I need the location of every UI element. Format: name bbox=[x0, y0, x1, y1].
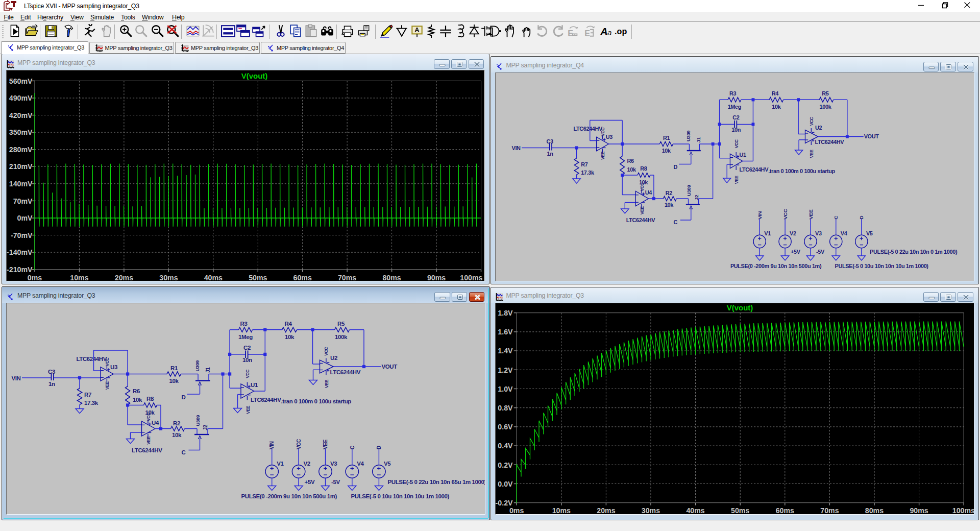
svg-text:-70mV: -70mV bbox=[11, 231, 33, 239]
svg-text:V2: V2 bbox=[304, 461, 310, 467]
svg-text:VCC: VCC bbox=[245, 369, 250, 378]
svg-text:0ms: 0ms bbox=[509, 506, 524, 514]
svg-text:PULSE(-5 0 10u 10n 10n 10u 1m: PULSE(-5 0 10u 10n 10n 10u 1m 1000) bbox=[351, 493, 450, 499]
svg-text:PULSE(0 -200m 9u 10n 10n 500u: PULSE(0 -200m 9u 10n 10n 500u 1m) bbox=[730, 263, 821, 269]
svg-text:J2: J2 bbox=[203, 424, 208, 430]
svg-text:E: E bbox=[568, 29, 573, 38]
svg-text:10n: 10n bbox=[731, 127, 741, 133]
svg-text:LTC6244HV: LTC6244HV bbox=[77, 355, 107, 361]
svg-text:C: C bbox=[182, 449, 186, 455]
svg-text:210mV: 210mV bbox=[9, 162, 33, 171]
svg-text:LTC6244HV: LTC6244HV bbox=[815, 139, 844, 145]
svg-text:60ms: 60ms bbox=[293, 274, 312, 281]
svg-text:VIN: VIN bbox=[511, 144, 520, 151]
svg-text:1.4V: 1.4V bbox=[498, 347, 513, 355]
svg-text:VEE: VEE bbox=[323, 439, 328, 449]
svg-text:LTC6244HV: LTC6244HV bbox=[132, 447, 162, 453]
svg-text:17.3k: 17.3k bbox=[84, 399, 99, 405]
svg-text:R4: R4 bbox=[771, 90, 778, 96]
svg-text:VEE: VEE bbox=[324, 379, 329, 388]
svg-text:R6: R6 bbox=[627, 157, 633, 163]
svg-text:1.6V: 1.6V bbox=[498, 328, 513, 336]
svg-text:LTC6244HV: LTC6244HV bbox=[251, 397, 281, 403]
svg-text:100k: 100k bbox=[335, 334, 348, 340]
svg-text:C: C bbox=[673, 219, 677, 225]
svg-text:V(vout): V(vout) bbox=[726, 303, 753, 312]
svg-text:1Meg: 1Meg bbox=[727, 104, 741, 110]
svg-text:60ms: 60ms bbox=[775, 506, 794, 514]
svg-text:R3: R3 bbox=[240, 321, 248, 327]
svg-text:C2: C2 bbox=[243, 345, 251, 351]
svg-text:R2: R2 bbox=[173, 420, 180, 426]
svg-text:560mV: 560mV bbox=[9, 77, 33, 85]
svg-text:50ms: 50ms bbox=[249, 274, 267, 281]
svg-text:LTC6244HV: LTC6244HV bbox=[330, 369, 361, 375]
svg-text:V3: V3 bbox=[330, 461, 337, 467]
svg-text:C3: C3 bbox=[546, 138, 553, 144]
svg-text:-5V: -5V bbox=[331, 479, 340, 485]
svg-text:490mV: 490mV bbox=[9, 94, 33, 102]
svg-text:10k: 10k bbox=[772, 104, 781, 110]
svg-text:.tran 0 100m 0 100u startup: .tran 0 100m 0 100u startup bbox=[281, 398, 352, 404]
svg-text:V4: V4 bbox=[357, 461, 364, 467]
svg-text:U309: U309 bbox=[686, 130, 691, 141]
svg-text:30ms: 30ms bbox=[159, 274, 178, 281]
svg-text:U3: U3 bbox=[605, 133, 612, 139]
svg-text:VCC: VCC bbox=[640, 182, 645, 191]
svg-text:70mV: 70mV bbox=[13, 197, 33, 205]
svg-text:R5: R5 bbox=[822, 90, 828, 96]
svg-text:V3: V3 bbox=[815, 230, 822, 236]
svg-text:10ms: 10ms bbox=[552, 506, 570, 514]
svg-text:D: D bbox=[859, 215, 864, 219]
svg-text:1.8V: 1.8V bbox=[498, 309, 513, 317]
svg-text:R2: R2 bbox=[665, 189, 672, 196]
svg-text:VIN: VIN bbox=[12, 375, 21, 381]
svg-text:R7: R7 bbox=[84, 391, 91, 397]
svg-text:R1: R1 bbox=[170, 365, 178, 371]
svg-text:V(vout): V(vout) bbox=[241, 71, 268, 80]
svg-text:1.2V: 1.2V bbox=[498, 366, 513, 374]
svg-text:10n: 10n bbox=[242, 357, 252, 363]
svg-text:VCC: VCC bbox=[296, 438, 302, 449]
svg-text:V5: V5 bbox=[384, 461, 391, 467]
svg-text:V1: V1 bbox=[277, 461, 284, 467]
svg-text:VEE: VEE bbox=[146, 436, 151, 445]
svg-text:U3: U3 bbox=[110, 364, 117, 370]
svg-text:-5V: -5V bbox=[816, 249, 824, 255]
svg-text:PULSE(-5 0 10u 10n 10n 10u 1m: PULSE(-5 0 10u 10n 10n 10u 1m 1000) bbox=[835, 263, 928, 269]
svg-text:D: D bbox=[376, 446, 382, 449]
svg-text:20ms: 20ms bbox=[597, 506, 615, 514]
svg-text:10k: 10k bbox=[664, 202, 673, 208]
svg-text:10k: 10k bbox=[133, 396, 142, 402]
svg-text:90ms: 90ms bbox=[910, 506, 928, 514]
svg-text:0.2V: 0.2V bbox=[498, 461, 513, 469]
svg-text:0mV: 0mV bbox=[17, 214, 33, 222]
svg-text:U1: U1 bbox=[251, 382, 258, 388]
svg-text:90ms: 90ms bbox=[427, 274, 446, 281]
svg-text:VEE: VEE bbox=[808, 149, 814, 158]
svg-text:A: A bbox=[414, 26, 419, 34]
svg-text:U309: U309 bbox=[687, 185, 692, 196]
svg-text:R8: R8 bbox=[146, 395, 154, 401]
svg-text:140mV: 140mV bbox=[9, 180, 33, 188]
svg-text:-140mV: -140mV bbox=[7, 248, 33, 256]
svg-text:PULSE(-5 0 22u 10n 10n 0 1m 10: PULSE(-5 0 22u 10n 10n 0 1m 1000) bbox=[870, 249, 958, 255]
svg-text:R4: R4 bbox=[285, 321, 292, 327]
svg-text:+5V: +5V bbox=[791, 249, 801, 255]
svg-text:10k: 10k bbox=[172, 432, 182, 438]
svg-text:U1: U1 bbox=[739, 152, 746, 158]
svg-text:V1: V1 bbox=[764, 230, 771, 236]
svg-text:17.3k: 17.3k bbox=[581, 169, 595, 175]
svg-text:V5: V5 bbox=[866, 230, 872, 236]
svg-text:-210mV: -210mV bbox=[7, 265, 33, 273]
svg-text:LTC6244HV: LTC6244HV bbox=[573, 125, 602, 131]
svg-text:1n: 1n bbox=[547, 150, 553, 156]
svg-text:1n: 1n bbox=[48, 380, 55, 387]
svg-text:VEE: VEE bbox=[105, 381, 110, 390]
svg-text:10k: 10k bbox=[285, 334, 295, 340]
svg-text:.op: .op bbox=[615, 27, 627, 36]
svg-text:280mV: 280mV bbox=[9, 145, 33, 153]
svg-text:1.0V: 1.0V bbox=[498, 385, 513, 393]
svg-text:VCC: VCC bbox=[105, 357, 110, 366]
svg-text:VCC: VCC bbox=[782, 209, 788, 220]
